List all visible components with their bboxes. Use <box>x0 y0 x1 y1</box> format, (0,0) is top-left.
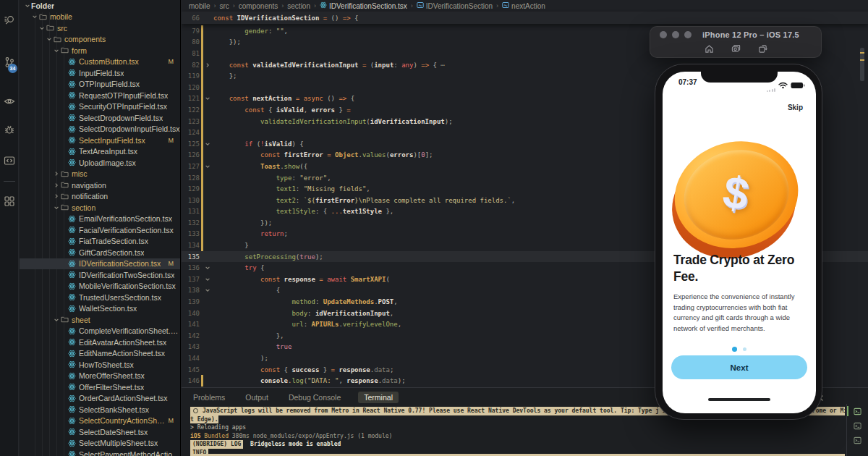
tree-file-editnameactionsheet-tsx[interactable]: EditNameActionSheet.tsx <box>20 348 180 360</box>
tree-file-facialverificationsection-tsx[interactable]: FacialVerificationSection.tsx <box>20 224 180 236</box>
folder-icon <box>46 24 55 33</box>
window-zoom-button[interactable] <box>684 31 692 38</box>
tree-file-giftcardsection-tsx[interactable]: GiftCardSection.tsx <box>20 247 180 258</box>
fold-expanded-icon[interactable] <box>203 96 212 101</box>
home-icon[interactable] <box>705 43 714 56</box>
code-text: }; <box>212 72 237 80</box>
terminal-instance-3[interactable] <box>847 433 868 447</box>
skip-button[interactable]: Skip <box>788 104 803 111</box>
tree-file-ordercardactionsheet-tsx[interactable]: OrderCardActionSheet.tsx <box>20 393 180 405</box>
pagination-dot-active[interactable] <box>732 347 737 352</box>
breadcrumb-item-src[interactable]: src <box>219 2 229 10</box>
panel-tab-problems[interactable]: Problems <box>190 392 228 403</box>
grid-icon[interactable] <box>4 195 15 207</box>
debug-icon[interactable] <box>4 124 15 135</box>
tree-file-selectdropdowninputfield-tsx[interactable]: SelectDropdownInputField.tsx <box>20 124 180 135</box>
fold-expanded-icon[interactable] <box>203 265 212 271</box>
tree-file-custombutton-tsx[interactable]: CustomButton.tsxM <box>20 56 180 68</box>
tree-file-textareainput-tsx[interactable]: TextAreaInput.tsx <box>20 146 180 158</box>
rotate-icon[interactable] <box>758 43 767 56</box>
git-change-bar <box>201 183 203 195</box>
tree-file-selectmultiplesheet-tsx[interactable]: SelectMultipleSheet.tsx <box>20 438 180 449</box>
fold-expanded-icon[interactable] <box>203 141 212 147</box>
sticky-scroll-line[interactable]: 66const IDVerificationSection = () => { <box>182 12 868 24</box>
tree-file-selectbanksheet-tsx[interactable]: SelectBankSheet.tsx <box>20 404 180 415</box>
panel-tab-terminal[interactable]: Terminal <box>358 392 399 403</box>
terminal-instance-1[interactable] <box>847 404 868 418</box>
screenshot-icon[interactable] <box>731 43 741 56</box>
tree-folder-form[interactable]: form <box>20 45 180 56</box>
panel-tab-output[interactable]: Output <box>242 392 271 403</box>
tree-file-idverificationsection-tsx[interactable]: IDVerificationSection.tsxM <box>20 258 180 270</box>
code-text: }, <box>212 332 284 339</box>
tree-file-walletsection-tsx[interactable]: WalletSection.tsx <box>20 303 180 315</box>
terminal-instance-2[interactable] <box>847 418 868 433</box>
preview-icon[interactable] <box>4 155 15 166</box>
simulator-toolbar-window[interactable]: iPhone 12 Pro – iOS 17.5 <box>650 26 822 58</box>
code-line-66[interactable]: 66const IDVerificationSection = () => { <box>182 12 359 24</box>
breadcrumb-label: IDVerificationSection.tsx <box>329 2 407 10</box>
line-number: 138 <box>182 287 200 294</box>
react-file-icon <box>67 405 77 414</box>
tree-file-selectdropdownfield-tsx[interactable]: SelectDropdownField.tsx <box>20 112 180 124</box>
fold-expanded-icon[interactable] <box>203 164 212 169</box>
breadcrumb-item-section[interactable]: section <box>287 2 310 10</box>
fold-collapsed-icon[interactable] <box>203 62 212 68</box>
window-minimize-button[interactable] <box>672 31 679 38</box>
tree-item-label: CustomButton.tsx <box>79 57 139 66</box>
tree-file-otpinputfield-tsx[interactable]: OTPInputField.tsx <box>20 79 180 90</box>
react-file-icon <box>67 416 77 425</box>
tree-file-uploadimage-tsx[interactable]: UploadImage.tsx <box>20 157 180 169</box>
tree-folder-section[interactable]: section <box>20 202 180 214</box>
tree-file-idverificationtwosection-tsx[interactable]: IDVerificationTwoSection.tsx <box>20 269 180 281</box>
eye-icon[interactable] <box>4 96 15 107</box>
fold-expanded-icon[interactable] <box>203 287 212 293</box>
tree-file-selectinputfield-tsx[interactable]: SelectInputField.tsxM <box>20 135 180 146</box>
breadcrumb-item-idverificationsection-tsx[interactable]: IDVerificationSection.tsx <box>320 1 407 10</box>
search-icon[interactable] <box>4 14 15 26</box>
breadcrumb-item-components[interactable]: components <box>239 2 278 10</box>
tree-file-inputfield-tsx[interactable]: InputField.tsx <box>20 67 180 79</box>
editor-scrollbar[interactable] <box>860 48 864 81</box>
tree-folder-src[interactable]: src <box>20 22 180 34</box>
tree-folder-misc[interactable]: misc <box>20 169 180 180</box>
code-text: const { success } = response.data; <box>212 366 393 373</box>
folder-icon <box>60 316 69 324</box>
chevron-right-icon <box>52 181 60 189</box>
tree-folder-notification[interactable]: notification <box>20 191 180 203</box>
tree-file-emailverificationsection-tsx[interactable]: EmailVerificationSection.tsx <box>20 214 180 225</box>
pagination-dot-inactive[interactable] <box>743 347 746 351</box>
breadcrumb-item-nextaction[interactable]: nextAction <box>502 1 545 10</box>
breadcrumb-label: nextAction <box>511 2 545 10</box>
react-file-icon <box>67 271 77 279</box>
tree-folder-navigation[interactable]: navigation <box>20 180 180 191</box>
tree-file-fiattradesection-tsx[interactable]: FiatTradeSection.tsx <box>20 236 180 248</box>
fold-expanded-icon[interactable] <box>203 276 212 282</box>
next-button[interactable]: Next <box>671 355 807 379</box>
tree-file-completeverificationsheet-tsx[interactable]: CompleteVerificationSheet.tsx <box>20 326 180 337</box>
tree-file-mobileverificationsection-tsx[interactable]: MobileVerificationSection.tsx <box>20 281 180 292</box>
tree-file-selectdatesheet-tsx[interactable]: SelectDateSheet.tsx <box>20 426 180 438</box>
tree-folder-mobile[interactable]: mobile <box>20 12 180 23</box>
tree-folder-sheet[interactable]: sheet <box>20 314 180 326</box>
tree-file-requestotpinputfield-tsx[interactable]: RequestOTPInputField.tsx <box>20 90 180 101</box>
tree-file-trusteduserssection-tsx[interactable]: TrustedUsersSection.tsx <box>20 292 180 303</box>
tree-item-label: OfferFilterSheet.tsx <box>79 383 144 392</box>
tree-file-securityotpinputfield-tsx[interactable]: SecurityOTPInputField.tsx <box>20 101 180 113</box>
line-number: 79 <box>182 28 200 35</box>
react-file-icon <box>67 80 77 88</box>
tree-folder-folder[interactable]: Folder <box>20 0 180 12</box>
tree-file-offerfiltersheet-tsx[interactable]: OfferFilterSheet.tsx <box>20 381 180 393</box>
window-close-button[interactable] <box>660 31 667 38</box>
git-change-bar <box>201 229 203 240</box>
panel-tab-debug-console[interactable]: Debug Console <box>286 392 344 403</box>
breadcrumb-item-idverificationsection[interactable]: IDVerificationSection <box>417 1 493 10</box>
tree-file-selectpaymentmethodactionshe[interactable]: SelectPaymentMethodActionShe... <box>20 449 180 456</box>
tree-file-editavataractionsheet-tsx[interactable]: EditAvatarActionSheet.tsx <box>20 337 180 348</box>
breadcrumb-item-mobile[interactable]: mobile <box>189 2 210 10</box>
tree-file-howtosheet-tsx[interactable]: HowToSheet.tsx <box>20 359 180 371</box>
tree-folder-components[interactable]: components <box>20 34 180 46</box>
tree-file-selectcountryactionsheet-tsx[interactable]: SelectCountryActionSheet.tsxM <box>20 415 180 427</box>
home-indicator[interactable] <box>708 398 770 402</box>
tree-file-moreoffersheet-tsx[interactable]: MoreOfferSheet.tsx <box>20 371 180 382</box>
